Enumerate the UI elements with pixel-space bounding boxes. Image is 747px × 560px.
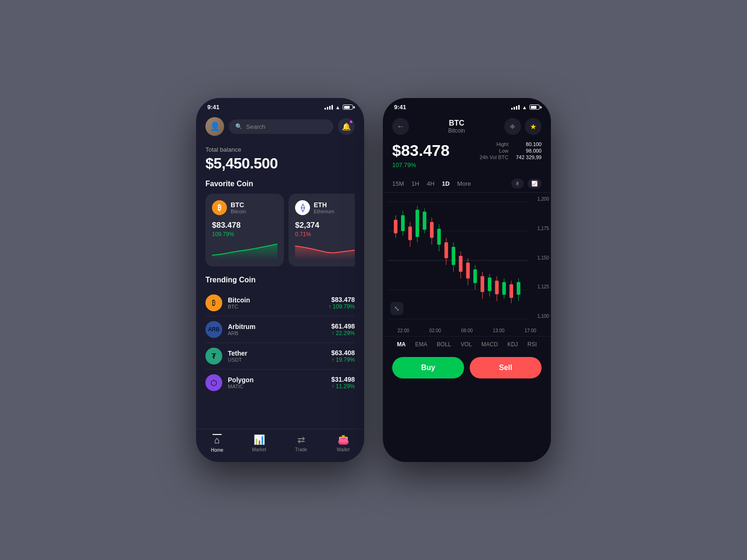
trending-arb-price: $61.498 ↑ 22.29% bbox=[331, 322, 355, 336]
signal-icon bbox=[324, 105, 333, 110]
trending-usdt-name: Tether USDT bbox=[228, 350, 247, 363]
ind-ma[interactable]: MA bbox=[397, 341, 406, 348]
svg-rect-32 bbox=[488, 278, 492, 291]
trending-btc[interactable]: ₿ Bitcoin BTC $83.478 ↑ 109.79% bbox=[205, 290, 355, 316]
notification-button[interactable]: 🔔 bbox=[338, 118, 355, 135]
btc-price: $83.478 bbox=[212, 221, 277, 230]
x-1300: 13:00 bbox=[493, 328, 504, 333]
home-icon: ⌂ bbox=[214, 435, 220, 446]
time-left: 9:41 bbox=[207, 104, 219, 111]
eth-change: 0.71% bbox=[295, 231, 355, 238]
svg-rect-12 bbox=[416, 210, 419, 237]
balance-label: Total balance bbox=[205, 146, 355, 153]
header-coin-symbol: BTC bbox=[448, 119, 465, 127]
share-button[interactable]: ⎆ bbox=[504, 118, 521, 135]
sell-button[interactable]: Sell bbox=[470, 357, 542, 378]
btc-card[interactable]: ₿ BTC Bitcoin $83.478 109.79% bbox=[205, 194, 284, 266]
svg-rect-36 bbox=[502, 282, 506, 294]
ind-macd[interactable]: MACD bbox=[481, 341, 498, 348]
tf-1d[interactable]: 1D bbox=[442, 180, 450, 187]
x-labels: 22:00 02:00 08:00 13:00 17:00 bbox=[383, 328, 551, 336]
eth-symbol: ETH bbox=[314, 201, 334, 209]
header-coin-name: Bitcoin bbox=[448, 127, 465, 134]
y-label-1200: 1,200 bbox=[537, 196, 549, 202]
market-icon: 📊 bbox=[254, 434, 265, 445]
favorite-title: Favorite Coin bbox=[205, 180, 355, 188]
eth-mini-chart bbox=[295, 241, 355, 260]
top-bar: 👤 🔍 Search 🔔 bbox=[196, 113, 364, 141]
svg-rect-20 bbox=[444, 242, 448, 258]
wifi-icon: ▲ bbox=[335, 105, 340, 110]
eth-icon: ⟠ bbox=[295, 200, 310, 215]
btc-symbol: BTC bbox=[231, 201, 246, 209]
tf-1h[interactable]: 1H bbox=[411, 180, 419, 187]
buy-button[interactable]: Buy bbox=[392, 357, 464, 378]
stat-vol: 24h Vol BTC 742 329,99 bbox=[479, 154, 542, 160]
trending-matic-name: Polygon MATIC bbox=[228, 376, 254, 389]
x-1700: 17:00 bbox=[524, 328, 536, 333]
search-bar[interactable]: 🔍 Search bbox=[229, 119, 333, 134]
line-btn[interactable]: 📈 bbox=[528, 179, 542, 189]
favorite-button[interactable]: ★ bbox=[525, 118, 542, 135]
nav-trade-label: Trade bbox=[295, 447, 307, 452]
trending-btc-icon: ₿ bbox=[205, 294, 222, 311]
svg-rect-28 bbox=[473, 269, 477, 283]
svg-rect-30 bbox=[480, 276, 484, 292]
svg-rect-18 bbox=[437, 229, 441, 245]
ind-vol[interactable]: VOL bbox=[461, 341, 472, 348]
signal-icon-right bbox=[511, 105, 520, 110]
notification-dot bbox=[349, 120, 353, 124]
btc-change: 109.79% bbox=[212, 231, 277, 238]
favorite-cards: ₿ BTC Bitcoin $83.478 109.79% bbox=[205, 194, 355, 266]
action-bar: Buy Sell bbox=[383, 352, 551, 388]
nav-home[interactable]: ⌂ Home bbox=[196, 434, 238, 453]
ind-boll[interactable]: BOLL bbox=[437, 341, 451, 348]
trending-btc-price: $83.478 ↑ 109.79% bbox=[328, 296, 355, 310]
back-button[interactable]: ← bbox=[392, 118, 409, 135]
trending-btc-name: Bitcoin BTC bbox=[228, 296, 250, 309]
wallet-icon: 👛 bbox=[338, 434, 349, 445]
trending-matic[interactable]: ⬡ Polygon MATIC $31.498 ↑ 11.29% bbox=[205, 370, 355, 396]
nav-trade[interactable]: ⇄ Trade bbox=[280, 434, 322, 453]
ind-kdj[interactable]: KDJ bbox=[507, 341, 518, 348]
header-actions: ⎆ ★ bbox=[504, 118, 542, 135]
trade-icon: ⇄ bbox=[297, 434, 305, 445]
price-section: $83.478 107.79% Hight 80.100 Low 98.000 … bbox=[383, 141, 551, 175]
avatar[interactable]: 👤 bbox=[205, 117, 224, 136]
svg-rect-38 bbox=[509, 284, 513, 298]
search-placeholder: Search bbox=[246, 123, 265, 130]
btc-mini-chart bbox=[212, 241, 277, 260]
ind-ema[interactable]: EMA bbox=[415, 341, 427, 348]
btc-header: ₿ BTC Bitcoin bbox=[212, 200, 277, 215]
btc-icon: ₿ bbox=[212, 200, 227, 215]
detail-header: ← BTC Bitcoin ⎆ ★ bbox=[383, 113, 551, 141]
tf-4h[interactable]: 4H bbox=[427, 180, 435, 187]
balance-section: Total balance $5,450.500 bbox=[196, 141, 364, 180]
ind-rsi[interactable]: RSI bbox=[528, 341, 537, 348]
svg-rect-10 bbox=[409, 226, 412, 240]
trending-arb-name: Arbitrum ARB bbox=[228, 323, 255, 336]
x-2200: 22:00 bbox=[397, 328, 409, 333]
trending-title: Trending Coin bbox=[205, 276, 355, 284]
nav-wallet[interactable]: 👛 Wallet bbox=[322, 434, 364, 453]
bottom-nav: ⌂ Home 📊 Market ⇄ Trade 👛 Wallet bbox=[196, 429, 364, 462]
svg-rect-14 bbox=[423, 211, 426, 230]
candle-btn[interactable]: 🕯 bbox=[511, 179, 524, 189]
eth-full-name: Etherium bbox=[314, 209, 334, 214]
nav-market[interactable]: 📊 Market bbox=[238, 434, 280, 453]
tf-more[interactable]: More bbox=[457, 180, 471, 187]
y-labels: 1,200 1,175 1,150 1,125 1,100 bbox=[537, 196, 549, 319]
chart-area: 1,200 1,175 1,150 1,125 1,100 ⤡ bbox=[383, 193, 551, 328]
chart-options: 🕯 📈 bbox=[511, 179, 542, 189]
search-icon: 🔍 bbox=[235, 123, 242, 130]
tf-15m[interactable]: 15M bbox=[392, 180, 404, 187]
eth-card[interactable]: ⟠ ETH Etherium $2,374 0.71% bbox=[289, 194, 355, 266]
back-icon: ← bbox=[397, 122, 404, 131]
expand-button[interactable]: ⤡ bbox=[390, 302, 403, 315]
main-price: $83.478 bbox=[392, 141, 450, 160]
left-phone: 9:41 ▲ 👤 🔍 Search 🔔 Tot bbox=[196, 98, 364, 462]
trending-usdt[interactable]: ₮ Tether USDT $63.408 ↑ 19.79% bbox=[205, 343, 355, 370]
status-icons-right: ▲ bbox=[511, 105, 540, 110]
stat-high: Hight 80.100 bbox=[479, 141, 542, 147]
trending-arb[interactable]: ARB Arbitrum ARB $61.498 ↑ 22.29% bbox=[205, 316, 355, 343]
